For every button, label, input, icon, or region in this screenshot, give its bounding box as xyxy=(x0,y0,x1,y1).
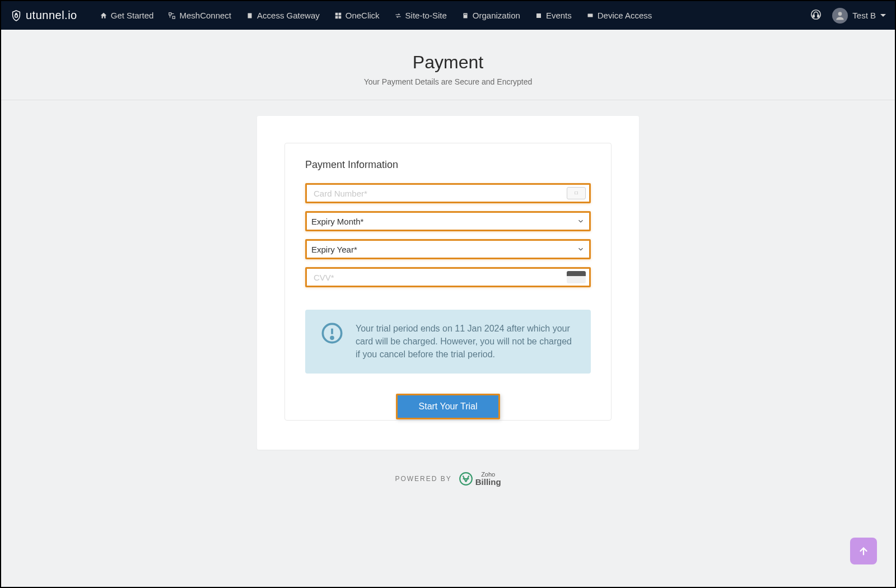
payment-form: Payment Information ☐ Expiry Month* Expi… xyxy=(284,143,612,421)
svg-rect-1 xyxy=(169,12,171,15)
svg-rect-6 xyxy=(335,16,338,18)
scroll-to-top-button[interactable] xyxy=(850,538,877,564)
chevron-down-icon xyxy=(880,14,886,17)
arrows-icon xyxy=(394,12,402,20)
page-header: Payment Your Payment Details are Secure … xyxy=(1,30,895,100)
svg-rect-9 xyxy=(464,14,465,15)
zoho-billing-icon xyxy=(459,472,473,486)
page-title: Payment xyxy=(1,52,895,73)
nav-label: Site-to-Site xyxy=(405,11,447,20)
support-icon[interactable] xyxy=(810,8,822,23)
svg-rect-4 xyxy=(335,12,338,15)
svg-rect-11 xyxy=(536,13,541,18)
nav-label: Get Started xyxy=(111,11,154,20)
svg-point-19 xyxy=(331,337,333,339)
exclamation-circle-icon xyxy=(321,322,343,344)
building-icon xyxy=(461,12,469,20)
page-subtitle: Your Payment Details are Secure and Encr… xyxy=(1,77,895,86)
trial-info-text: Your trial period ends on 11 Jan 2024 af… xyxy=(356,322,575,361)
svg-rect-15 xyxy=(818,15,819,17)
section-title: Payment Information xyxy=(305,159,591,171)
nav-items: Get Started MeshConnect Access Gateway O… xyxy=(100,11,810,20)
svg-rect-3 xyxy=(248,13,252,18)
svg-point-16 xyxy=(838,12,842,16)
payment-card: Payment Information ☐ Expiry Month* Expi… xyxy=(257,116,639,450)
home-icon xyxy=(100,12,108,20)
server-icon xyxy=(246,12,254,20)
svg-rect-5 xyxy=(338,12,341,15)
nav-label: Access Gateway xyxy=(257,11,320,20)
svg-point-13 xyxy=(811,10,821,19)
nav-label: MeshConnect xyxy=(179,11,231,20)
arrow-up-icon xyxy=(857,545,870,557)
user-menu[interactable]: Test B xyxy=(832,8,886,24)
svg-rect-7 xyxy=(338,16,341,18)
brand-name: utunnel.io xyxy=(26,9,77,22)
cta-wrap: Start Your Trial xyxy=(396,394,501,419)
monitor-icon xyxy=(586,12,594,20)
nav-label: Events xyxy=(546,11,572,20)
svg-rect-10 xyxy=(465,14,466,15)
nav-get-started[interactable]: Get Started xyxy=(100,11,154,20)
card-brand-icon: ☐ xyxy=(567,187,586,199)
nav-access-gateway[interactable]: Access Gateway xyxy=(246,11,320,20)
top-navigation: utunnel.io Get Started MeshConnect Acces… xyxy=(1,1,895,30)
trial-info-box: Your trial period ends on 11 Jan 2024 af… xyxy=(305,310,591,374)
expiry-month-field-wrap: Expiry Month* xyxy=(305,211,591,231)
powered-by-footer: POWERED BY Zoho Billing xyxy=(1,471,895,487)
nav-device-access[interactable]: Device Access xyxy=(586,11,652,20)
mesh-icon xyxy=(168,12,176,20)
card-number-field-wrap: ☐ xyxy=(305,183,591,203)
nav-events[interactable]: Events xyxy=(535,11,572,20)
expiry-month-select[interactable]: Expiry Month* xyxy=(307,213,589,230)
lock-shield-icon xyxy=(10,10,22,22)
card-number-input[interactable] xyxy=(307,185,567,202)
list-icon xyxy=(535,12,543,20)
nav-label: Device Access xyxy=(598,11,652,20)
cvv-input[interactable] xyxy=(307,269,567,286)
nav-label: OneClick xyxy=(346,11,380,20)
provider-logo[interactable]: Zoho Billing xyxy=(459,471,501,487)
start-trial-button[interactable]: Start Your Trial xyxy=(398,395,499,418)
powered-by-label: POWERED BY xyxy=(395,475,451,483)
svg-rect-14 xyxy=(813,15,815,17)
cvv-field-wrap xyxy=(305,267,591,287)
nav-oneclick[interactable]: OneClick xyxy=(334,11,380,20)
expiry-year-select[interactable]: Expiry Year* xyxy=(307,241,589,258)
nav-site-to-site[interactable]: Site-to-Site xyxy=(394,11,447,20)
avatar-icon xyxy=(832,8,848,24)
brand-logo[interactable]: utunnel.io xyxy=(10,9,77,22)
nav-organization[interactable]: Organization xyxy=(461,11,520,20)
provider-name-bottom: Billing xyxy=(475,477,501,487)
cvv-card-icon xyxy=(567,271,586,283)
svg-rect-0 xyxy=(15,15,18,17)
svg-rect-8 xyxy=(463,13,467,18)
nav-label: Organization xyxy=(473,11,520,20)
svg-rect-2 xyxy=(173,16,175,18)
grid-icon xyxy=(334,12,342,20)
nav-meshconnect[interactable]: MeshConnect xyxy=(168,11,231,20)
expiry-year-field-wrap: Expiry Year* xyxy=(305,239,591,259)
user-name: Test B xyxy=(852,11,876,20)
svg-rect-12 xyxy=(587,13,592,17)
nav-right: Test B xyxy=(810,8,886,24)
